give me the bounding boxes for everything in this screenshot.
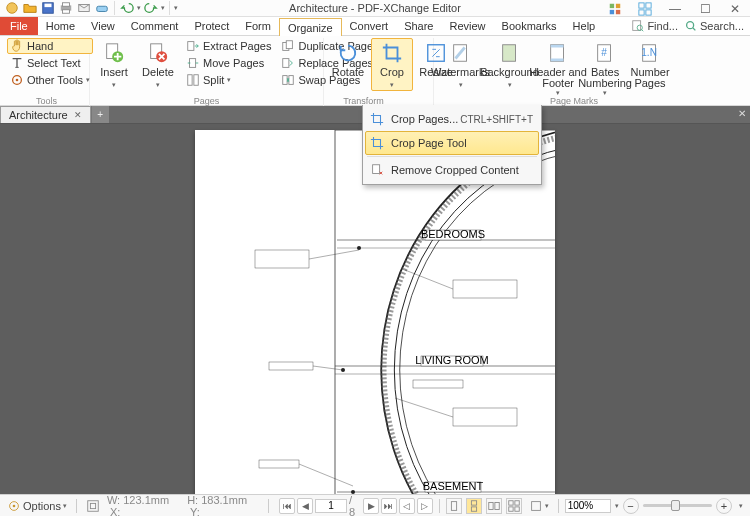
email-icon[interactable] xyxy=(76,0,92,16)
svg-rect-12 xyxy=(639,2,644,7)
window-controls: — ☐ ✕ xyxy=(600,0,750,17)
layout-facing-cont-button[interactable] xyxy=(506,498,522,514)
hand-label: Hand xyxy=(27,40,53,52)
zoom-dropdown[interactable]: ▾ xyxy=(615,502,619,510)
search-button[interactable]: Search... xyxy=(684,19,744,33)
crop-dropdown: Crop Pages... CTRL+SHIFT+T Crop Page Too… xyxy=(362,105,542,185)
menu-home[interactable]: Home xyxy=(38,17,83,35)
svg-point-72 xyxy=(341,368,345,372)
delete-button[interactable]: Delete▾ xyxy=(137,38,179,90)
print-icon[interactable] xyxy=(58,0,74,16)
prev-view-button[interactable]: ◁ xyxy=(399,498,415,514)
fit-dropdown[interactable]: ▾ xyxy=(526,499,552,513)
svg-rect-2 xyxy=(45,4,52,8)
svg-rect-58 xyxy=(255,250,309,268)
find-label: Find... xyxy=(647,20,678,32)
menu-organize[interactable]: Organize xyxy=(279,18,342,36)
svg-rect-5 xyxy=(63,10,70,14)
svg-rect-86 xyxy=(515,506,519,510)
close-all-tabs-icon[interactable]: ✕ xyxy=(738,108,746,119)
svg-rect-27 xyxy=(188,75,192,86)
background-icon xyxy=(497,40,523,66)
remove-cropped-item[interactable]: Remove Cropped Content xyxy=(365,158,539,182)
quick-access-toolbar: ▾ ▾ ▾ xyxy=(0,0,178,16)
maximize-button[interactable]: ☐ xyxy=(690,0,720,17)
redo-icon[interactable] xyxy=(143,0,159,16)
new-tab-button[interactable]: + xyxy=(91,106,109,123)
menu-convert[interactable]: Convert xyxy=(342,17,397,35)
last-page-button[interactable]: ⏭ xyxy=(381,498,397,514)
crop-button[interactable]: Crop▾ xyxy=(371,38,413,91)
open-icon[interactable] xyxy=(22,0,38,16)
tab-close-icon[interactable]: ✕ xyxy=(74,110,82,120)
svg-rect-28 xyxy=(194,75,198,86)
document-tab[interactable]: Architecture ✕ xyxy=(0,106,91,123)
number-pages-button[interactable]: 1.N Number Pages xyxy=(629,38,671,89)
hand-tool[interactable]: Hand xyxy=(7,38,93,54)
layout-single-button[interactable] xyxy=(446,498,462,514)
menu-share[interactable]: Share xyxy=(396,17,441,35)
qat-customize-dropdown[interactable]: ▾ xyxy=(174,4,178,12)
layout-continuous-button[interactable] xyxy=(466,498,482,514)
ui-options-icon[interactable] xyxy=(600,0,630,17)
undo-icon[interactable] xyxy=(119,0,135,16)
zoom-slider[interactable] xyxy=(643,504,713,507)
layout-facing-button[interactable] xyxy=(486,498,502,514)
svg-rect-84 xyxy=(515,500,519,504)
svg-point-0 xyxy=(7,3,18,14)
svg-rect-33 xyxy=(289,76,293,85)
frame-icon[interactable] xyxy=(83,499,103,513)
extract-pages[interactable]: Extract Pages xyxy=(183,38,274,54)
other-tools[interactable]: Other Tools ▾ xyxy=(7,72,93,88)
next-view-button[interactable]: ▷ xyxy=(417,498,433,514)
close-button[interactable]: ✕ xyxy=(720,0,750,17)
menu-view[interactable]: View xyxy=(83,17,123,35)
redo-dropdown[interactable]: ▾ xyxy=(161,4,165,12)
header-footer-button[interactable]: Header and Footer▾ xyxy=(535,38,581,97)
find-button[interactable]: Find... xyxy=(631,19,678,33)
background-button[interactable]: Background▾ xyxy=(486,38,533,90)
watermarks-button[interactable]: Watermarks▾ xyxy=(437,38,484,90)
crop-pages-item[interactable]: Crop Pages... CTRL+SHIFT+T xyxy=(365,107,539,131)
rotate-button[interactable]: Rotate xyxy=(327,38,369,78)
zoom-extra-dropdown[interactable]: ▾ xyxy=(736,502,746,510)
file-tab[interactable]: File xyxy=(0,17,38,35)
group-pages: Insert▾ Delete▾ Extract Pages Move Pages… xyxy=(90,38,324,106)
scan-icon[interactable] xyxy=(94,0,110,16)
zoom-in-button[interactable]: + xyxy=(716,498,732,514)
ribbon: Hand Select Text Other Tools ▾ Tools Ins… xyxy=(0,36,750,106)
save-icon[interactable] xyxy=(40,0,56,16)
menu-help[interactable]: Help xyxy=(565,17,604,35)
insert-icon xyxy=(101,40,127,66)
group-tools: Hand Select Text Other Tools ▾ Tools xyxy=(4,38,90,106)
crop-page-tool-item[interactable]: Crop Page Tool xyxy=(365,131,539,155)
bates-button[interactable]: # Bates Numbering▾ xyxy=(583,38,627,97)
split-button[interactable]: Split ▾ xyxy=(183,72,274,88)
crop-pages-shortcut: CTRL+SHIFT+T xyxy=(460,114,533,125)
page-input[interactable] xyxy=(315,499,347,513)
move-pages[interactable]: Move Pages xyxy=(183,55,274,71)
svg-rect-85 xyxy=(508,506,512,510)
crop-pages-label: Crop Pages... xyxy=(391,113,458,125)
title-bar: ▾ ▾ ▾ Architecture - PDF-XChange Editor … xyxy=(0,0,750,17)
svg-rect-13 xyxy=(646,2,651,7)
minimize-button[interactable]: — xyxy=(660,0,690,17)
svg-rect-63 xyxy=(259,460,299,468)
select-text-tool[interactable]: Select Text xyxy=(7,55,93,71)
first-page-button[interactable]: ⏮ xyxy=(279,498,295,514)
menu-comment[interactable]: Comment xyxy=(123,17,187,35)
options-button[interactable]: Options ▾ xyxy=(4,499,70,513)
zoom-out-button[interactable]: − xyxy=(623,498,639,514)
zoom-input[interactable] xyxy=(565,499,611,513)
prev-page-button[interactable]: ◀ xyxy=(297,498,313,514)
menu-protect[interactable]: Protect xyxy=(186,17,237,35)
page-total: / 8 xyxy=(349,494,361,517)
next-page-button[interactable]: ▶ xyxy=(363,498,379,514)
menu-review[interactable]: Review xyxy=(441,17,493,35)
remove-cropped-label: Remove Cropped Content xyxy=(391,164,519,176)
insert-button[interactable]: Insert▾ xyxy=(93,38,135,90)
menu-bookmarks[interactable]: Bookmarks xyxy=(494,17,565,35)
undo-dropdown[interactable]: ▾ xyxy=(137,4,141,12)
menu-form[interactable]: Form xyxy=(237,17,279,35)
launch-options-icon[interactable] xyxy=(630,0,660,17)
